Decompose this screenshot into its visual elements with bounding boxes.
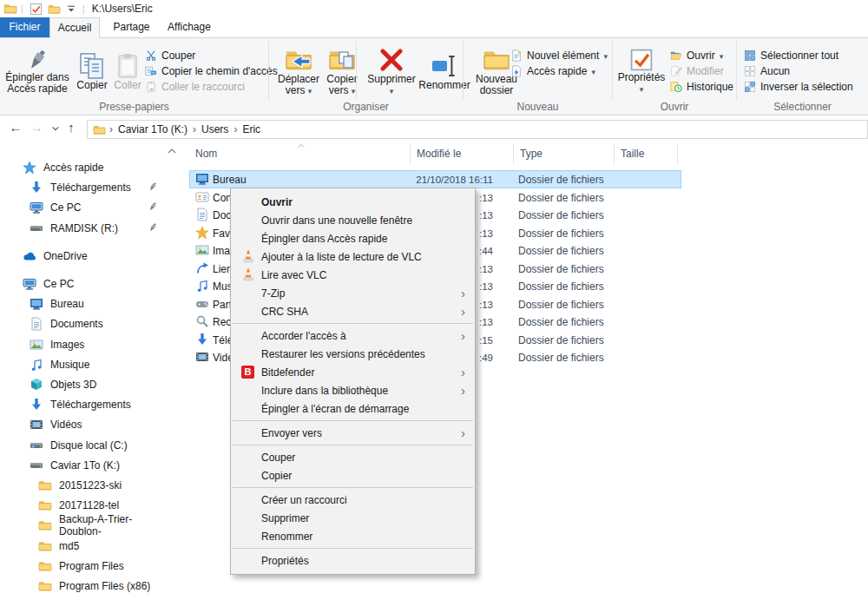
context-menu-item-envoyer-vers[interactable]: Envoyer vers <box>231 424 475 442</box>
context-menu-item-supprimer[interactable]: Supprimer <box>231 509 475 527</box>
submenu-arrow-icon <box>461 326 465 345</box>
context-menu-item-accorder-l-acces-a[interactable]: Accorder l'accès à <box>231 326 475 345</box>
games-icon <box>195 297 209 311</box>
sidebar-item-label: 20171128-tel <box>59 499 119 511</box>
vlc-cone-icon <box>241 267 255 281</box>
sidebar-item-telechargements[interactable]: Téléchargements <box>0 179 165 196</box>
context-menu-item-label: Lire avec VLC <box>261 269 326 281</box>
tab-partage[interactable]: Partage <box>107 17 156 37</box>
context-menu-item-couper[interactable]: Couper <box>231 448 475 466</box>
breadcrumb-segment-users[interactable]: Users <box>196 121 233 138</box>
breadcrumb-segment-caviar-1to-k[interactable]: Caviar 1To (K:) <box>113 121 193 138</box>
column-header-modifie-le[interactable]: Modifié le <box>411 143 514 164</box>
context-menu-item-epingler-a-l-ecran-de-demarrage[interactable]: Épingler à l'écran de démarrage <box>231 399 475 418</box>
sidebar-item-20151223-ski[interactable]: 20151223-ski <box>0 477 165 494</box>
select-all-button[interactable]: Sélectionner tout <box>744 48 838 63</box>
context-menu-item-creer-un-raccourci[interactable]: Créer un raccourci <box>231 491 475 509</box>
pin-to-quick-access-button[interactable]: Épingler dansAccès rapide <box>3 40 71 101</box>
driveos-icon <box>30 438 43 452</box>
sidebar-item-disque-local-c[interactable]: Disque local (C:) <box>0 437 165 454</box>
easy-access-button[interactable]: Accès rapide <box>510 63 595 79</box>
tab-accueil[interactable]: Accueil <box>49 17 100 38</box>
download-icon <box>195 333 209 346</box>
breadcrumb-segment-eric[interactable]: Eric <box>237 121 266 138</box>
recent-locations-button[interactable] <box>47 118 64 137</box>
music-icon <box>30 358 43 372</box>
move-to-button[interactable]: Déplacer vers <box>276 40 321 101</box>
quick-access-properties-button[interactable] <box>30 3 43 16</box>
sidebar-item-program-files[interactable]: Program Files <box>0 557 165 575</box>
dropdown-caret-icon <box>390 84 394 96</box>
contact-icon <box>195 190 209 204</box>
context-menu-item-crc-sha[interactable]: CRC SHA <box>231 302 475 320</box>
file-type: Dossier de fichiers <box>518 351 604 365</box>
edit-button[interactable]: Modifier <box>670 63 724 79</box>
context-menu-item-label: Épingler à l'écran de démarrage <box>261 403 409 415</box>
sidebar-item-onedrive[interactable]: OneDrive <box>0 247 165 265</box>
back-button[interactable] <box>7 118 24 137</box>
context-menu-item-ouvrir-dans-une-nouvelle-fenetre[interactable]: Ouvrir dans une nouvelle fenêtre <box>231 211 475 229</box>
dropdown-caret-icon <box>640 82 644 95</box>
forward-button[interactable] <box>28 118 45 137</box>
sidebar-item-20171128-tel[interactable]: 20171128-tel <box>0 497 165 514</box>
context-menu-item-label: Ouvrir <box>261 196 293 208</box>
tab-affichage[interactable]: Affichage <box>159 17 220 37</box>
cut-button[interactable]: Couper <box>145 48 195 63</box>
column-header-taille[interactable]: Taille <box>615 143 678 164</box>
new-folder-icon <box>483 46 510 74</box>
sidebar-item-ramdisk-r[interactable]: RAMDISK (R:) <box>0 220 165 237</box>
invert-selection-button[interactable]: Inverser la sélection <box>744 79 853 95</box>
sidebar-item-musique[interactable]: Musique <box>0 356 165 373</box>
context-menu-item-inclure-dans-la-bibliotheque[interactable]: Inclure dans la bibliothèque <box>231 381 475 399</box>
context-menu-item-bitdefender[interactable]: Bitdefender <box>231 363 475 381</box>
pin-icon <box>25 48 49 72</box>
video-icon <box>30 418 43 432</box>
sidebar-item-acces-rapide[interactable]: Accès rapide <box>0 159 165 176</box>
copy-path-button[interactable]: Copier le chemin d'accès <box>145 63 278 79</box>
history-button[interactable]: Historique <box>670 79 733 95</box>
context-menu-item-7-zip[interactable]: 7-Zip <box>231 284 475 302</box>
open-button[interactable]: Ouvrir <box>670 48 723 63</box>
file-row-bureau[interactable]: Bureau21/10/2018 16:11Dossier de fichier… <box>178 171 868 189</box>
dropdown-caret-icon <box>591 65 595 77</box>
context-menu-item-lire-avec-vlc[interactable]: Lire avec VLC <box>231 266 475 284</box>
delete-button[interactable]: Supprimer <box>365 40 418 101</box>
sidebar-item-label: Vidéos <box>50 419 82 431</box>
sidebar-item-caviar-1to-k[interactable]: Caviar 1To (K:) <box>0 457 165 474</box>
sidebar-item-objets-3d[interactable]: Objets 3D <box>0 376 165 393</box>
up-button[interactable] <box>62 118 80 137</box>
sidebar-item-label: Objets 3D <box>50 379 96 391</box>
sidebar-item-ce-pc[interactable]: Ce PC <box>0 275 165 293</box>
context-menu-item-epingler-dans-acces-rapide[interactable]: Épingler dans Accès rapide <box>231 229 475 247</box>
address-bar[interactable]: Caviar 1To (K:)UsersEric <box>87 120 868 139</box>
sidebar-item-ce-pc[interactable]: Ce PC <box>0 199 165 216</box>
customize-quick-access-toolbar-button[interactable] <box>66 3 76 14</box>
context-menu-item-ajouter-a-la-liste-de-lecture-de-vlc[interactable]: Ajouter à la liste de lecture de VLC <box>231 247 475 266</box>
sidebar-item-documents[interactable]: Documents <box>0 315 165 333</box>
sidebar-item-label: RAMDISK (R:) <box>50 222 118 234</box>
copy-button[interactable]: Copier <box>73 40 111 101</box>
sidebar-item-program-files-x86[interactable]: Program Files (x86) <box>0 577 165 595</box>
column-header-type[interactable]: Type <box>514 143 615 164</box>
tab-fichier[interactable]: Fichier <box>0 17 49 37</box>
context-menu-item-restaurer-les-versions-precedentes[interactable]: Restaurer les versions précédentes <box>231 345 475 363</box>
context-menu-item-copier[interactable]: Copier <box>231 466 475 485</box>
properties-button[interactable]: Propriétés <box>616 40 667 101</box>
file-name: Fav <box>213 227 230 241</box>
sidebar-item-md5[interactable]: md5 <box>0 537 165 555</box>
quick-access-new-folder-button[interactable] <box>48 3 61 16</box>
sidebar-item-backup-a-trier-doublon[interactable]: Backup-A-Trier-Doublon- <box>0 517 165 534</box>
sidebar-item-telechargements[interactable]: Téléchargements <box>0 396 165 413</box>
pc-icon <box>23 277 36 291</box>
paste-shortcut-button[interactable]: Coller le raccourci <box>145 79 245 95</box>
scrollbar-up-icon[interactable] <box>167 146 177 156</box>
sidebar-item-bureau[interactable]: Bureau <box>0 295 165 313</box>
new-item-button[interactable]: Nouvel élément <box>510 48 608 63</box>
paste-button[interactable]: Coller <box>111 40 144 101</box>
select-none-button[interactable]: Aucun <box>744 63 790 79</box>
sidebar-item-videos[interactable]: Vidéos <box>0 416 165 433</box>
context-menu-item-proprietes[interactable]: Propriétés <box>231 551 475 570</box>
context-menu-item-ouvrir[interactable]: Ouvrir <box>231 193 475 211</box>
sidebar-item-images[interactable]: Images <box>0 336 165 353</box>
context-menu-item-renommer[interactable]: Renommer <box>231 527 475 545</box>
